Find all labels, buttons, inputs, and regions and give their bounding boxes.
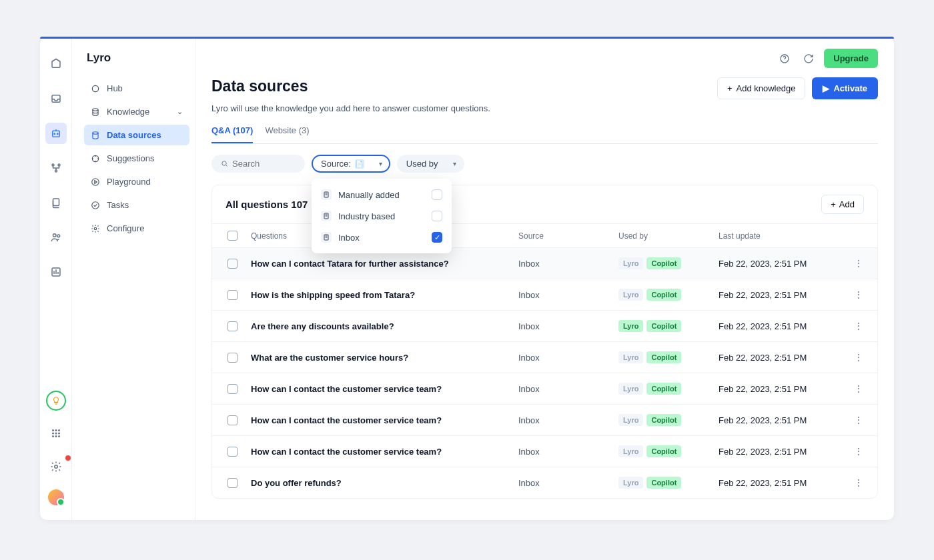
table-row[interactable]: How can I contact the customer service t… <box>212 404 877 435</box>
question-text: Are there any discounts available? <box>247 321 518 331</box>
more-icon[interactable]: ⋮ <box>845 477 872 488</box>
badge-lyro: Lyro <box>618 351 643 363</box>
icon-rail <box>40 37 72 520</box>
doc-icon <box>321 189 332 200</box>
nav-configure[interactable]: Configure <box>84 218 189 239</box>
question-text: How can I contact Tatara for further ass… <box>247 259 518 269</box>
more-icon[interactable]: ⋮ <box>845 289 872 300</box>
badge-lyro: Lyro <box>618 257 643 269</box>
table-row[interactable]: How can I contact the customer service t… <box>212 435 877 467</box>
rail-inbox-icon[interactable] <box>45 88 67 109</box>
checkbox[interactable] <box>432 189 442 200</box>
more-icon[interactable]: ⋮ <box>845 383 872 394</box>
svg-point-19 <box>58 435 60 437</box>
row-checkbox[interactable] <box>227 321 238 331</box>
settings-icon[interactable] <box>45 456 67 477</box>
svg-point-3 <box>57 133 58 135</box>
refresh-icon[interactable] <box>800 50 817 67</box>
dropdown-item-industry[interactable]: Industry based <box>312 205 452 227</box>
table-row[interactable]: How is the shipping speed from Tatara? I… <box>212 279 877 310</box>
col-source: Source <box>518 231 618 241</box>
target-icon <box>91 154 100 163</box>
badge-copilot: Copilot <box>646 289 681 301</box>
svg-point-21 <box>92 85 98 91</box>
more-icon[interactable]: ⋮ <box>845 415 872 425</box>
badge-copilot: Copilot <box>646 445 681 457</box>
dropdown-item-manually[interactable]: Manually added <box>312 184 452 205</box>
topbar: Upgrade <box>195 49 894 68</box>
rail-flows-icon[interactable] <box>45 157 67 179</box>
add-knowledge-button[interactable]: +Add knowledge <box>717 77 806 99</box>
row-checkbox[interactable] <box>227 384 238 394</box>
row-checkbox[interactable] <box>227 478 238 488</box>
table-row[interactable]: What are the customer service hours? Inb… <box>212 341 877 373</box>
doc-icon: 📄 <box>355 159 364 169</box>
nav-playground[interactable]: Playground <box>84 171 189 192</box>
svg-point-18 <box>55 435 57 437</box>
activate-button[interactable]: ▶Activate <box>812 77 878 99</box>
svg-point-23 <box>93 131 98 134</box>
user-avatar[interactable] <box>48 489 64 505</box>
apps-icon[interactable] <box>45 423 67 444</box>
rail-home-icon[interactable] <box>45 53 67 75</box>
table-row[interactable]: Do you offer refunds? Inbox Lyro Copilot… <box>212 467 877 498</box>
svg-point-12 <box>55 429 57 431</box>
svg-point-2 <box>54 133 55 135</box>
more-icon[interactable]: ⋮ <box>845 321 872 331</box>
help-icon[interactable] <box>776 50 793 67</box>
row-checkbox[interactable] <box>227 259 238 269</box>
nav-tasks[interactable]: Tasks <box>84 195 189 215</box>
svg-point-9 <box>57 235 59 237</box>
row-checkbox[interactable] <box>227 415 238 425</box>
nav-hub[interactable]: Hub <box>84 78 189 99</box>
tab-qa[interactable]: Q&A (107) <box>211 125 253 143</box>
tab-website[interactable]: Website (3) <box>265 125 309 143</box>
badge-lyro: Lyro <box>618 414 643 426</box>
rail-contacts-icon[interactable] <box>45 227 67 248</box>
nav-knowledge[interactable]: Knowledge <box>84 101 189 122</box>
row-source: Inbox <box>518 478 618 488</box>
search-input-wrap[interactable] <box>211 155 305 173</box>
row-date: Feb 22, 2023, 2:51 PM <box>719 447 845 457</box>
source-dropdown: Manually added Industry based Inbox ✓ <box>312 179 452 253</box>
more-icon[interactable]: ⋮ <box>845 352 872 363</box>
badge-copilot: Copilot <box>646 351 681 363</box>
search-icon <box>221 159 228 168</box>
filter-usedby[interactable]: Used by ▾ <box>397 155 464 173</box>
svg-point-14 <box>52 433 54 435</box>
upgrade-button[interactable]: Upgrade <box>824 49 878 68</box>
tabs: Q&A (107) Website (3) <box>211 125 878 144</box>
add-question-button[interactable]: +Add <box>821 195 864 214</box>
row-badges: Lyro Copilot <box>618 383 719 395</box>
svg-point-16 <box>58 433 60 435</box>
row-source: Inbox <box>518 290 618 300</box>
filter-source[interactable]: Source: 📄 ▾ <box>312 155 390 173</box>
search-input[interactable] <box>232 159 296 169</box>
nav-data-sources[interactable]: Data sources <box>84 125 189 145</box>
doc-icon <box>321 211 332 221</box>
svg-point-27 <box>94 227 97 230</box>
table-row[interactable]: How can I contact Tatara for further ass… <box>212 247 877 279</box>
rail-bot-icon[interactable] <box>45 123 67 144</box>
checkbox[interactable] <box>432 211 442 221</box>
table-row[interactable]: How can I contact the customer service t… <box>212 373 877 404</box>
more-icon[interactable]: ⋮ <box>845 258 872 269</box>
row-checkbox[interactable] <box>227 290 238 300</box>
bulb-icon[interactable] <box>46 391 66 411</box>
nav-suggestions[interactable]: Suggestions <box>84 148 189 169</box>
select-all-checkbox[interactable] <box>227 231 238 241</box>
table-row[interactable]: Are there any discounts available? Inbox… <box>212 310 877 341</box>
row-checkbox[interactable] <box>227 447 238 457</box>
row-checkbox[interactable] <box>227 353 238 363</box>
dropdown-item-inbox[interactable]: Inbox ✓ <box>312 227 452 248</box>
more-icon[interactable]: ⋮ <box>845 446 872 457</box>
svg-point-29 <box>222 161 226 165</box>
badge-copilot: Copilot <box>646 383 681 395</box>
checkbox-checked[interactable]: ✓ <box>432 232 442 243</box>
rail-analytics-icon[interactable] <box>45 261 67 283</box>
svg-point-4 <box>52 164 54 166</box>
row-source: Inbox <box>518 384 618 394</box>
rail-library-icon[interactable] <box>45 192 67 213</box>
col-usedby: Used by <box>618 231 719 241</box>
page-subtitle: Lyro will use the knowledge you add here… <box>211 103 878 113</box>
